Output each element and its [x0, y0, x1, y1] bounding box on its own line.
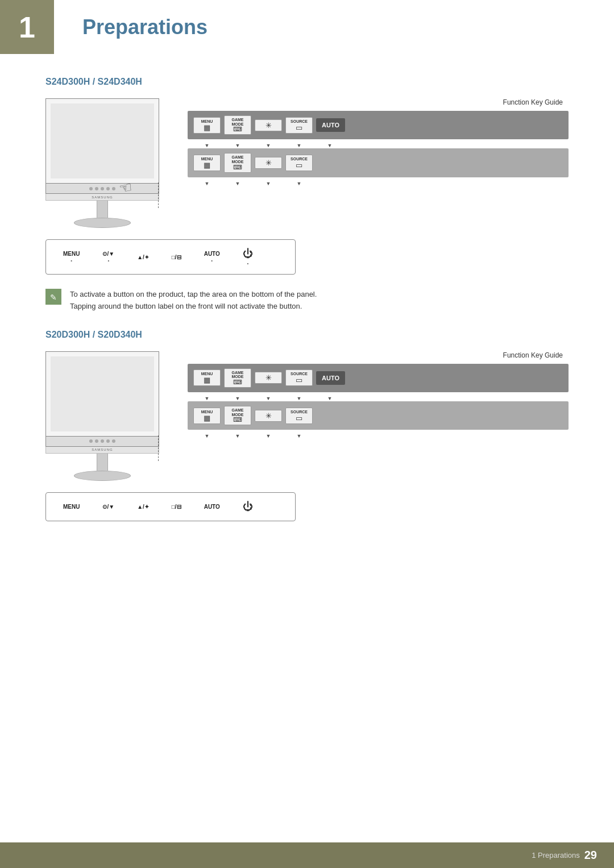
- connector-line-2: [158, 435, 159, 461]
- btn2-brightness: ▲/✦: [137, 504, 149, 510]
- monitor-stand-base: [74, 218, 131, 228]
- key-gamemode-label-2: GAMEMODE: [232, 155, 244, 164]
- monitor2-dot3: [101, 439, 104, 443]
- arrow2-3: ▼: [255, 181, 282, 186]
- section1-right-panel: Function Key Guide MENU ▦ GAMEMODE ⌨ ✳ S…: [188, 98, 569, 186]
- monitor2-stand-neck: [97, 454, 108, 471]
- page-title: Preparations: [65, 4, 225, 51]
- btn-auto-dot: •: [211, 258, 213, 263]
- section1-function-key-label: Function Key Guide: [188, 98, 569, 106]
- key-gamemode-label-1: GAMEMODE: [232, 118, 244, 126]
- btn2-menu-label: MENU: [63, 504, 80, 510]
- monitor2-stand-base: [74, 471, 131, 481]
- key2-gamemode-1: GAMEMODE ⌨: [224, 368, 251, 388]
- power-icon-2: ⏻: [243, 501, 253, 513]
- arrow2-4: ▼: [285, 181, 313, 186]
- note-svg-icon: ✎: [45, 289, 61, 305]
- main-content: S24D300H / S24D340H SAMSUNG ☞: [0, 54, 614, 544]
- btn2-gamedown-label: ⊙/▼: [102, 504, 114, 510]
- monitor-body: [45, 98, 159, 184]
- btn2-source-bar-label: □/⊟: [172, 504, 181, 510]
- monitor-brand: SAMSUNG: [92, 196, 113, 199]
- key2-source-icon-2: ▭: [296, 414, 302, 422]
- monitor-screen: [51, 103, 154, 178]
- key2-gamemode-label-1: GAMEMODE: [232, 371, 244, 379]
- chapter-number: 1: [19, 13, 35, 42]
- key-source-2: SOURCE ▭: [285, 155, 313, 171]
- key2-source-2: SOURCE ▭: [285, 408, 313, 424]
- section1-key-row2: MENU ▦ GAMEMODE ⌨ ✳ SOURCE ▭: [188, 148, 569, 177]
- key2-gamemode-2: GAMEMODE ⌨: [224, 406, 251, 425]
- auto-btn-1: AUTO: [316, 118, 345, 132]
- page-footer: 1 Preparations 29: [0, 842, 614, 868]
- monitor2-dot4: [106, 439, 110, 443]
- key-menu-icon-2: ▦: [204, 161, 210, 169]
- note-text-block: To activate a button on the product, tap…: [70, 289, 317, 313]
- key2-gamemode-icon-2: ⌨: [233, 417, 242, 423]
- footer-page-number: 29: [584, 849, 597, 862]
- btn-brightness: ▲/✦: [137, 254, 149, 260]
- btn2-source-bar: □/⊟: [172, 504, 181, 510]
- section1-diagram: SAMSUNG ☞ Function Key Guide MENU ▦ GAME…: [45, 98, 569, 228]
- btn2-brightness-label: ▲/✦: [137, 504, 149, 510]
- monitor-dot5: [112, 187, 115, 190]
- key2-source-icon-1: ▭: [296, 376, 302, 384]
- btn2-auto: AUTO: [204, 504, 220, 510]
- section1-button-bar: MENU • ⊙/▼ • ▲/✦ □/⊟ AUTO • ⏻ •: [45, 239, 296, 275]
- connector-line: [158, 182, 159, 208]
- note-section: ✎ To activate a button on the product, t…: [45, 289, 569, 313]
- monitor2-screen: [51, 356, 154, 431]
- key-brightness-2: ✳: [255, 157, 282, 169]
- monitor2-body: [45, 351, 159, 437]
- key2-menu-icon-1: ▦: [204, 376, 210, 384]
- arrow5: ▼: [316, 143, 343, 148]
- footer-text: 1 Preparations: [532, 851, 580, 859]
- key-source-icon-2: ▭: [296, 161, 302, 169]
- arrow2-2: ▼: [224, 181, 251, 186]
- auto-btn-2: AUTO: [316, 371, 345, 385]
- monitor2-bottom-strip: [45, 437, 159, 447]
- btn2-gamedown: ⊙/▼: [102, 504, 114, 510]
- btn2-auto-label: AUTO: [204, 504, 220, 510]
- section1-monitor: SAMSUNG ☞: [45, 98, 159, 228]
- section2-key-row1: MENU ▦ GAMEMODE ⌨ ✳ SOURCE ▭ AUTO: [188, 364, 569, 392]
- monitor-stand-neck: [97, 201, 108, 218]
- down-arrows-s2-row2: ▼ ▼ ▼ ▼: [188, 433, 569, 439]
- arrow3: ▼: [255, 143, 282, 148]
- monitor-dot1: [89, 187, 93, 190]
- section2-function-key-label: Function Key Guide: [188, 351, 569, 359]
- power-icon: ⏻: [243, 248, 253, 260]
- key-brightness-1: ✳: [255, 119, 282, 131]
- key2-brightness-2: ✳: [255, 410, 282, 422]
- section2-key-row2: MENU ▦ GAMEMODE ⌨ ✳ SOURCE ▭: [188, 401, 569, 430]
- note-text2: Tapping around the button label on the f…: [70, 301, 317, 313]
- section2-header: S20D300H / S20D340H: [45, 330, 569, 340]
- key-menu-1: MENU ▦: [193, 117, 221, 134]
- section2-button-bar: MENU ⊙/▼ ▲/✦ □/⊟ AUTO ⏻: [45, 492, 296, 521]
- btn-source-bar: □/⊟: [172, 254, 181, 260]
- monitor2-dot2: [95, 439, 98, 443]
- btn2-power: ⏻: [243, 501, 253, 513]
- key2-brightness-icon-2: ✳: [265, 412, 272, 420]
- monitor2-dot5: [112, 439, 115, 443]
- btn-power-dot: •: [247, 261, 248, 266]
- key2-gamemode-icon-1: ⌨: [233, 379, 242, 385]
- btn-auto-label: AUTO: [204, 251, 220, 257]
- down-arrows-s2-row1: ▼ ▼ ▼ ▼ ▼: [188, 396, 569, 401]
- key-gamemode-icon-1: ⌨: [233, 126, 242, 132]
- btn-menu: MENU •: [63, 251, 80, 263]
- svg-text:✎: ✎: [50, 293, 57, 302]
- btn2-menu: MENU: [63, 504, 80, 510]
- section1-header: S24D300H / S24D340H: [45, 77, 569, 87]
- key-brightness-icon-2: ✳: [265, 159, 272, 167]
- arrow2: ▼: [224, 143, 251, 148]
- down-arrows-row1: ▼ ▼ ▼ ▼ ▼: [188, 143, 569, 148]
- key-source-1: SOURCE ▭: [285, 117, 313, 134]
- btn-gamedown: ⊙/▼ •: [102, 251, 114, 263]
- section2-monitor: SAMSUNG: [45, 351, 159, 481]
- monitor-dot2: [95, 187, 98, 190]
- monitor2-brand: SAMSUNG: [92, 448, 113, 451]
- key2-gamemode-label-2: GAMEMODE: [232, 408, 244, 417]
- monitor2-label-strip: SAMSUNG: [45, 447, 159, 454]
- key-gamemode-icon-2: ⌨: [233, 164, 242, 171]
